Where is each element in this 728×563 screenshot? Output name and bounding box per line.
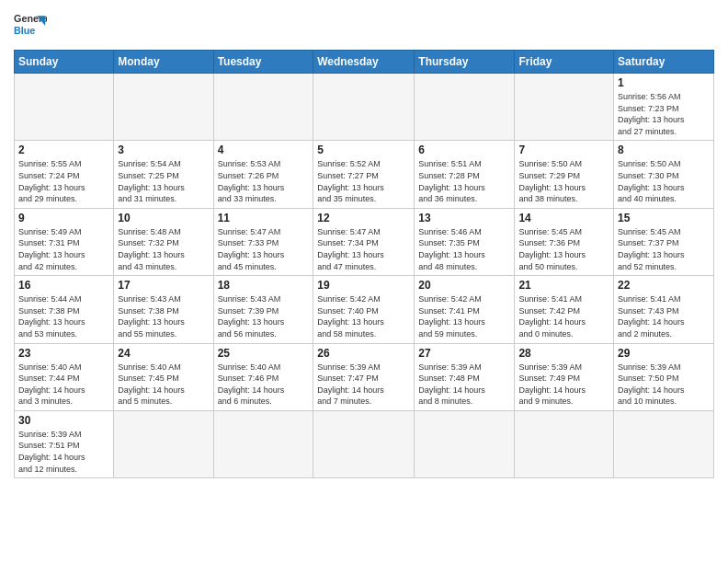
calendar-cell [15, 74, 114, 141]
week-row-4: 23Sunrise: 5:40 AM Sunset: 7:44 PM Dayli… [15, 343, 714, 410]
day-number: 27 [418, 347, 510, 360]
day-info: Sunrise: 5:48 AM Sunset: 7:32 PM Dayligh… [118, 226, 209, 272]
day-info: Sunrise: 5:46 AM Sunset: 7:35 PM Dayligh… [418, 226, 510, 272]
calendar-cell: 15Sunrise: 5:45 AM Sunset: 7:37 PM Dayli… [614, 208, 714, 275]
calendar-cell: 4Sunrise: 5:53 AM Sunset: 7:26 PM Daylig… [213, 141, 313, 208]
day-number: 6 [418, 144, 510, 156]
day-number: 9 [18, 212, 109, 224]
calendar-cell [415, 74, 515, 141]
day-number: 10 [118, 212, 209, 224]
week-row-2: 9Sunrise: 5:49 AM Sunset: 7:31 PM Daylig… [15, 208, 714, 275]
day-info: Sunrise: 5:50 AM Sunset: 7:30 PM Dayligh… [618, 158, 710, 204]
day-number: 23 [18, 347, 109, 360]
day-info: Sunrise: 5:42 AM Sunset: 7:41 PM Dayligh… [418, 293, 510, 339]
calendar-cell: 10Sunrise: 5:48 AM Sunset: 7:32 PM Dayli… [114, 208, 213, 275]
weekday-tuesday: Tuesday [213, 51, 313, 74]
calendar-cell: 23Sunrise: 5:40 AM Sunset: 7:44 PM Dayli… [15, 343, 114, 410]
day-info: Sunrise: 5:54 AM Sunset: 7:25 PM Dayligh… [118, 158, 209, 204]
week-row-1: 2Sunrise: 5:55 AM Sunset: 7:24 PM Daylig… [15, 141, 714, 208]
day-number: 29 [618, 347, 710, 360]
weekday-sunday: Sunday [15, 51, 114, 74]
day-info: Sunrise: 5:55 AM Sunset: 7:24 PM Dayligh… [18, 158, 109, 204]
weekday-monday: Monday [114, 51, 213, 74]
day-number: 21 [518, 279, 609, 292]
day-info: Sunrise: 5:56 AM Sunset: 7:23 PM Dayligh… [618, 91, 710, 137]
weekday-saturday: Saturday [614, 51, 714, 74]
day-info: Sunrise: 5:39 AM Sunset: 7:50 PM Dayligh… [618, 362, 710, 408]
calendar-cell: 11Sunrise: 5:47 AM Sunset: 7:33 PM Dayli… [213, 208, 313, 275]
calendar-cell [415, 410, 515, 477]
calendar-cell [313, 74, 415, 141]
day-number: 13 [418, 212, 510, 224]
calendar-table: SundayMondayTuesdayWednesdayThursdayFrid… [14, 50, 714, 478]
calendar-cell: 25Sunrise: 5:40 AM Sunset: 7:46 PM Dayli… [213, 343, 313, 410]
logo: General Blue [14, 9, 47, 42]
calendar-cell: 13Sunrise: 5:46 AM Sunset: 7:35 PM Dayli… [415, 208, 515, 275]
calendar-cell [213, 74, 313, 141]
day-info: Sunrise: 5:47 AM Sunset: 7:34 PM Dayligh… [317, 226, 410, 272]
day-number: 30 [18, 414, 109, 427]
calendar-cell [515, 410, 614, 477]
calendar-cell: 17Sunrise: 5:43 AM Sunset: 7:38 PM Dayli… [114, 276, 213, 343]
calendar-cell: 9Sunrise: 5:49 AM Sunset: 7:31 PM Daylig… [15, 208, 114, 275]
day-info: Sunrise: 5:53 AM Sunset: 7:26 PM Dayligh… [218, 158, 310, 204]
calendar-cell: 16Sunrise: 5:44 AM Sunset: 7:38 PM Dayli… [15, 276, 114, 343]
day-number: 19 [317, 279, 410, 292]
day-info: Sunrise: 5:45 AM Sunset: 7:36 PM Dayligh… [518, 226, 609, 272]
day-info: Sunrise: 5:45 AM Sunset: 7:37 PM Dayligh… [618, 226, 710, 272]
generalblue-logo-icon: General Blue [14, 9, 47, 42]
weekday-wednesday: Wednesday [313, 51, 415, 74]
day-info: Sunrise: 5:43 AM Sunset: 7:38 PM Dayligh… [118, 293, 209, 339]
day-number: 14 [518, 212, 609, 224]
calendar-cell [313, 410, 415, 477]
day-info: Sunrise: 5:39 AM Sunset: 7:47 PM Dayligh… [317, 362, 410, 408]
calendar-cell [114, 74, 213, 141]
day-info: Sunrise: 5:43 AM Sunset: 7:39 PM Dayligh… [218, 293, 310, 339]
calendar-cell: 2Sunrise: 5:55 AM Sunset: 7:24 PM Daylig… [15, 141, 114, 208]
day-number: 4 [218, 144, 310, 156]
day-number: 26 [317, 347, 410, 360]
day-number: 11 [218, 212, 310, 224]
calendar-cell: 7Sunrise: 5:50 AM Sunset: 7:29 PM Daylig… [515, 141, 614, 208]
day-info: Sunrise: 5:42 AM Sunset: 7:40 PM Dayligh… [317, 293, 410, 339]
calendar-cell: 24Sunrise: 5:40 AM Sunset: 7:45 PM Dayli… [114, 343, 213, 410]
calendar-cell: 5Sunrise: 5:52 AM Sunset: 7:27 PM Daylig… [313, 141, 415, 208]
calendar-cell: 21Sunrise: 5:41 AM Sunset: 7:42 PM Dayli… [515, 276, 614, 343]
day-number: 1 [618, 76, 710, 89]
calendar-cell: 19Sunrise: 5:42 AM Sunset: 7:40 PM Dayli… [313, 276, 415, 343]
day-number: 2 [18, 144, 109, 156]
calendar-cell: 22Sunrise: 5:41 AM Sunset: 7:43 PM Dayli… [614, 276, 714, 343]
day-number: 28 [518, 347, 609, 360]
day-info: Sunrise: 5:39 AM Sunset: 7:48 PM Dayligh… [418, 362, 510, 408]
calendar-cell: 3Sunrise: 5:54 AM Sunset: 7:25 PM Daylig… [114, 141, 213, 208]
calendar-cell: 12Sunrise: 5:47 AM Sunset: 7:34 PM Dayli… [313, 208, 415, 275]
day-info: Sunrise: 5:40 AM Sunset: 7:46 PM Dayligh… [218, 362, 310, 408]
calendar-cell [614, 410, 714, 477]
day-number: 12 [317, 212, 410, 224]
header: General Blue [14, 9, 714, 42]
week-row-5: 30Sunrise: 5:39 AM Sunset: 7:51 PM Dayli… [15, 410, 714, 477]
page: General Blue SundayMondayTuesdayWednesda… [0, 0, 728, 488]
calendar-cell: 1Sunrise: 5:56 AM Sunset: 7:23 PM Daylig… [614, 74, 714, 141]
weekday-thursday: Thursday [415, 51, 515, 74]
day-number: 15 [618, 212, 710, 224]
calendar-cell: 20Sunrise: 5:42 AM Sunset: 7:41 PM Dayli… [415, 276, 515, 343]
day-info: Sunrise: 5:41 AM Sunset: 7:42 PM Dayligh… [518, 293, 609, 339]
calendar-cell: 6Sunrise: 5:51 AM Sunset: 7:28 PM Daylig… [415, 141, 515, 208]
calendar-cell: 26Sunrise: 5:39 AM Sunset: 7:47 PM Dayli… [313, 343, 415, 410]
day-info: Sunrise: 5:52 AM Sunset: 7:27 PM Dayligh… [317, 158, 410, 204]
weekday-friday: Friday [515, 51, 614, 74]
day-info: Sunrise: 5:39 AM Sunset: 7:51 PM Dayligh… [18, 429, 109, 475]
day-number: 16 [18, 279, 109, 292]
day-number: 24 [118, 347, 209, 360]
day-info: Sunrise: 5:39 AM Sunset: 7:49 PM Dayligh… [518, 362, 609, 408]
day-info: Sunrise: 5:41 AM Sunset: 7:43 PM Dayligh… [618, 293, 710, 339]
day-info: Sunrise: 5:40 AM Sunset: 7:44 PM Dayligh… [18, 362, 109, 408]
calendar-cell [515, 74, 614, 141]
calendar-cell [213, 410, 313, 477]
calendar-cell: 29Sunrise: 5:39 AM Sunset: 7:50 PM Dayli… [614, 343, 714, 410]
day-info: Sunrise: 5:50 AM Sunset: 7:29 PM Dayligh… [518, 158, 609, 204]
day-number: 17 [118, 279, 209, 292]
day-number: 5 [317, 144, 410, 156]
calendar-cell: 30Sunrise: 5:39 AM Sunset: 7:51 PM Dayli… [15, 410, 114, 477]
